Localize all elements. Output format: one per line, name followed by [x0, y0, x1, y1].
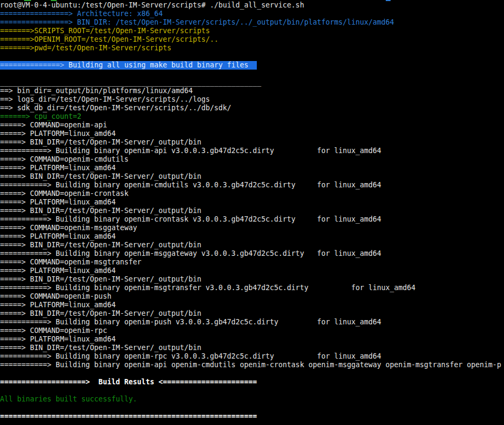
cutoff-artifact-green-2 — [51, 0, 57, 1]
command-line: =====> COMMAND=openim-cmdutils — [0, 155, 504, 164]
bindir-line: =====> BIN_DIR=/test/Open-IM-Server/_out… — [0, 344, 504, 352]
bindir-line: =====> BIN_DIR=/test/Open-IM-Server/_out… — [0, 275, 504, 284]
platform-line: =====> PLATFORM=linux_amd64 — [0, 164, 504, 172]
command-line: =====> COMMAND=openim-api — [0, 121, 504, 130]
bindir-line: =====> BIN_DIR=/test/Open-IM-Server/_out… — [0, 138, 504, 147]
platform-line: =====> PLATFORM=linux_amd64 — [0, 198, 504, 207]
build-results-header: ====================> Build Results <===… — [0, 378, 504, 386]
platform-line: =====> PLATFORM=linux_amd64 — [0, 130, 504, 138]
building-binary-line: ===========> Building binary openim-rpc … — [0, 352, 504, 361]
building-binary-line: ===========> Building binary openim-cron… — [0, 215, 504, 224]
building-binary-line: ===========> Building binary openim-msgg… — [0, 249, 504, 258]
banner-arrow: ==============> — [0, 61, 68, 69]
terminal-window[interactable]: root@VM-0-4-ubuntu:/test/Open-IM-Server/… — [0, 0, 504, 425]
prompt-line: root@VM-0-4-ubuntu:/test/Open-IM-Server/… — [0, 1, 504, 10]
cpu-count-line: ======> cpu_count=2 — [0, 112, 504, 121]
cutoff-artifact-green-1 — [24, 0, 31, 1]
blank — [0, 52, 504, 61]
scripts-root-line: =======>SCRIPTS_ROOT=/test/Open-IM-Serve… — [0, 27, 504, 35]
blank — [0, 404, 504, 412]
building-all-banner: ==============> Building all using make … — [0, 61, 504, 70]
platform-line: =====> PLATFORM=linux_amd64 — [0, 335, 504, 344]
openim-root-line: =======>OPENIM_ROOT=/test/Open-IM-Server… — [0, 35, 504, 44]
architecture-line: ================> Architecture: x86_64 — [0, 10, 504, 18]
bottom-separator: ========================================… — [0, 412, 504, 421]
command-line: =====> COMMAND=openim-msggateway — [0, 224, 504, 232]
platform-line: =====> PLATFORM=linux_amd64 — [0, 301, 504, 309]
var-bin-dir: ==> bin_dir=_output/bin/platforms/linux/… — [0, 87, 504, 95]
platform-line: =====> PLATFORM=linux_amd64 — [0, 267, 504, 275]
terminal-output: root@VM-0-4-ubuntu:/test/Open-IM-Server/… — [0, 1, 504, 421]
building-binary-line: ===========> Building binary openim-push… — [0, 318, 504, 327]
banner-text: Building all using make build binary fil… — [68, 61, 257, 69]
building-binary-line: ===========> Building binary openim-cmdu… — [0, 181, 504, 189]
bindir-line: =====> BIN_DIR=/test/Open-IM-Server/_out… — [0, 241, 504, 249]
var-sdk-db-dir: ==> sdk_db_dir=/test/Open-IM-Server/scri… — [0, 104, 504, 112]
command-line: =====> COMMAND=openim-rpc — [0, 327, 504, 335]
command-line: =====> COMMAND=openim-push — [0, 292, 504, 301]
pwd-line: =======>pwd=/test/Open-IM-Server/scripts — [0, 44, 504, 52]
platform-line: =====> PLATFORM=linux_amd64 — [0, 232, 504, 241]
bindir-line: =====> BIN_DIR=/test/Open-IM-Server/_out… — [0, 309, 504, 318]
success-message: All binaries built successfully. — [0, 395, 504, 404]
building-all-binaries-line: ===========> Building binary openim-api … — [0, 361, 504, 369]
blank — [0, 386, 504, 395]
cutoff-artifact-blue — [386, 0, 391, 1]
command-line: =====> COMMAND=openim-msgtransfer — [0, 258, 504, 267]
var-logs-dir: ==> logs_dir=/test/Open-IM-Server/script… — [0, 95, 504, 104]
building-binary-line: ===========> Building binary openim-api … — [0, 147, 504, 155]
bin-dir-line: ================> BIN_DIR: /test/Open-IM… — [0, 18, 504, 27]
bindir-line: =====> BIN_DIR=/test/Open-IM-Server/_out… — [0, 207, 504, 215]
building-binary-line: ===========> Building binary openim-msgt… — [0, 284, 504, 292]
blank — [0, 70, 504, 78]
bindir-line: =====> BIN_DIR=/test/Open-IM-Server/_out… — [0, 172, 504, 181]
blank — [0, 369, 504, 378]
underscore-separator: ________________________________________… — [0, 78, 504, 87]
command-line: =====> COMMAND=openim-crontask — [0, 189, 504, 198]
selected-text: ==============> Building all using make … — [0, 61, 257, 70]
